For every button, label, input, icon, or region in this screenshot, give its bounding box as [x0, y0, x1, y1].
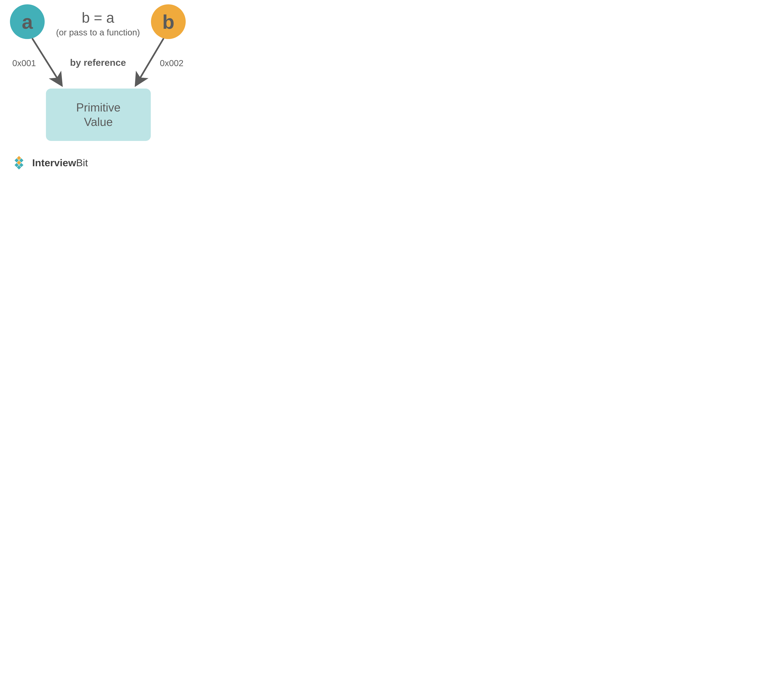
primitive-value-box: Primitive Value [46, 89, 151, 141]
address-b: 0x002 [160, 58, 183, 68]
brand-logo: InterviewBit [9, 156, 88, 170]
address-a: 0x001 [12, 58, 36, 68]
brand-name: InterviewBit [32, 157, 88, 169]
primitive-value-text: Primitive Value [76, 100, 120, 129]
assignment-note: (or pass to a function) [0, 28, 196, 38]
assignment-expression: b = a [0, 9, 196, 26]
brand-logo-icon [9, 156, 29, 170]
